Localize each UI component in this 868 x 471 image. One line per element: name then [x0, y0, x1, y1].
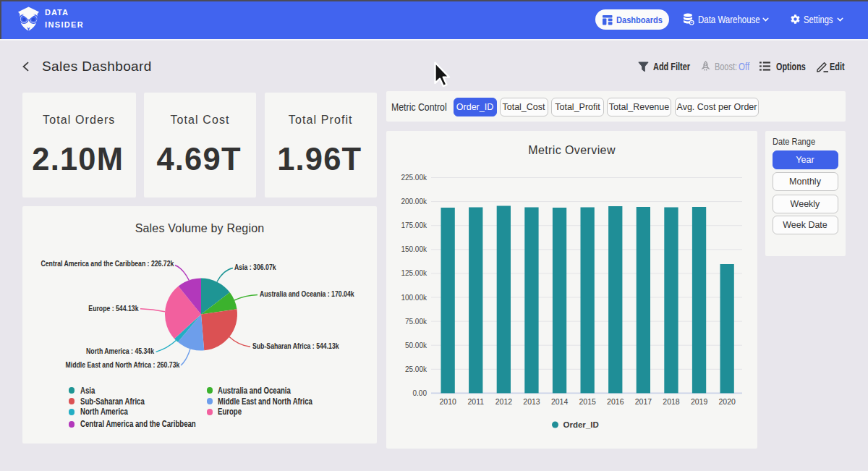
svg-text:2019: 2019	[691, 397, 708, 406]
svg-text:2014: 2014	[551, 397, 569, 406]
svg-text:2016: 2016	[607, 397, 624, 406]
svg-text:125.00k: 125.00k	[401, 269, 427, 277]
svg-text:225.00k: 225.00k	[401, 174, 427, 182]
svg-text:2013: 2013	[523, 397, 540, 406]
svg-text:50.00k: 50.00k	[405, 341, 427, 349]
svg-text:175.00k: 175.00k	[401, 221, 427, 229]
svg-text:150.00k: 150.00k	[401, 245, 427, 253]
svg-text:200.00k: 200.00k	[401, 198, 427, 205]
svg-text:2011: 2011	[468, 397, 485, 406]
svg-text:2020: 2020	[719, 397, 736, 406]
svg-text:0.00: 0.00	[413, 389, 427, 397]
svg-text:2010: 2010	[440, 397, 457, 406]
svg-text:2012: 2012	[495, 397, 513, 406]
svg-text:75.00k: 75.00k	[405, 318, 427, 326]
svg-text:2018: 2018	[663, 397, 680, 406]
svg-text:Order_ID: Order_ID	[563, 420, 599, 429]
svg-text:2017: 2017	[635, 397, 652, 406]
svg-text:25.00k: 25.00k	[405, 365, 427, 373]
svg-text:2015: 2015	[579, 397, 597, 406]
svg-text:100.00k: 100.00k	[401, 294, 427, 302]
